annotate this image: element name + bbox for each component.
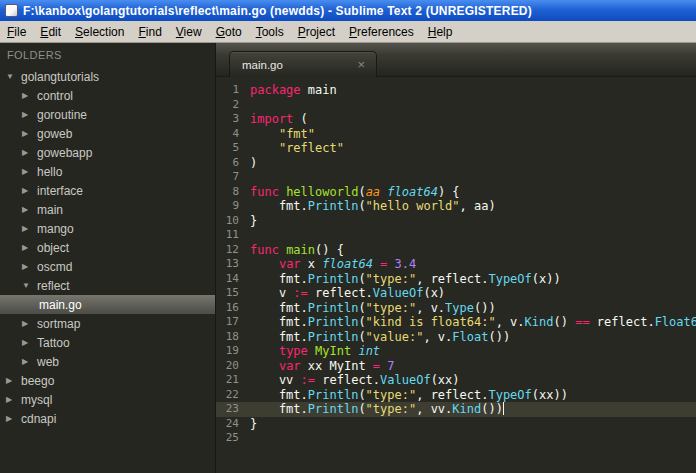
- chevron-right-icon[interactable]: ▶: [22, 110, 36, 119]
- line-number: 16: [216, 301, 250, 316]
- code-lines: 1package main23import (4 "fmt"5 "reflect…: [216, 83, 696, 446]
- code-text: }: [250, 417, 696, 432]
- tab-main-go[interactable]: main.go×: [229, 51, 377, 77]
- code-line-25[interactable]: 25: [216, 431, 696, 446]
- chevron-right-icon[interactable]: ▶: [22, 186, 36, 195]
- code-line-5[interactable]: 5 "reflect": [216, 141, 696, 156]
- folder-tree: ▼golangtutorials▶control▶goroutine▶goweb…: [0, 67, 215, 473]
- sidebar-item-mango[interactable]: ▶mango: [0, 219, 215, 238]
- code-line-19[interactable]: 19 type MyInt int: [216, 344, 696, 359]
- sidebar-item-oscmd[interactable]: ▶oscmd: [0, 257, 215, 276]
- line-number: 2: [216, 98, 250, 113]
- code-line-1[interactable]: 1package main: [216, 83, 696, 98]
- tab-close-icon[interactable]: ×: [355, 58, 367, 71]
- chevron-right-icon[interactable]: ▶: [22, 91, 36, 100]
- chevron-down-icon[interactable]: ▼: [22, 281, 36, 290]
- code-text: fmt.Println("type:", reflect.TypeOf(xx)): [250, 388, 696, 403]
- menu-project[interactable]: Project: [291, 22, 342, 42]
- sidebar-item-goroutine[interactable]: ▶goroutine: [0, 105, 215, 124]
- line-number: 23: [216, 402, 250, 417]
- code-text: func helloworld(aa float64) {: [250, 185, 696, 200]
- line-number: 5: [216, 141, 250, 156]
- code-line-18[interactable]: 18 fmt.Println("value:", v.Float()): [216, 330, 696, 345]
- sidebar-item-interface[interactable]: ▶interface: [0, 181, 215, 200]
- sidebar-item-control[interactable]: ▶control: [0, 86, 215, 105]
- code-line-16[interactable]: 16 fmt.Println("type:", v.Type()): [216, 301, 696, 316]
- tab-bar: main.go×: [216, 43, 696, 77]
- line-number: 7: [216, 170, 250, 185]
- sidebar-item-sortmap[interactable]: ▶sortmap: [0, 314, 215, 333]
- chevron-right-icon[interactable]: ▶: [22, 129, 36, 138]
- code-line-21[interactable]: 21 vv := reflect.ValueOf(xx): [216, 373, 696, 388]
- code-line-15[interactable]: 15 v := reflect.ValueOf(x): [216, 286, 696, 301]
- chevron-right-icon[interactable]: ▶: [6, 395, 20, 404]
- code-line-7[interactable]: 7: [216, 170, 696, 185]
- code-line-6[interactable]: 6): [216, 156, 696, 171]
- menu-tools[interactable]: Tools: [249, 22, 291, 42]
- sidebar-item-main[interactable]: ▶main: [0, 200, 215, 219]
- sidebar-item-tattoo[interactable]: ▶Tattoo: [0, 333, 215, 352]
- chevron-down-icon[interactable]: ▼: [6, 72, 20, 81]
- menu-preferences[interactable]: Preferences: [342, 22, 421, 42]
- code-line-11[interactable]: 11: [216, 228, 696, 243]
- code-editor[interactable]: 1package main23import (4 "fmt"5 "reflect…: [216, 77, 696, 473]
- code-line-2[interactable]: 2: [216, 98, 696, 113]
- code-text: vv := reflect.ValueOf(xx): [250, 373, 696, 388]
- sidebar-item-web[interactable]: ▶web: [0, 352, 215, 371]
- code-line-13[interactable]: 13 var x float64 = 3.4: [216, 257, 696, 272]
- menu-selection[interactable]: Selection: [68, 22, 131, 42]
- code-line-10[interactable]: 10}: [216, 214, 696, 229]
- code-text: fmt.Println("hello world", aa): [250, 199, 696, 214]
- sidebar-item-reflect[interactable]: ▼reflect: [0, 276, 215, 295]
- sidebar-item-main-go[interactable]: main.go: [0, 295, 215, 314]
- chevron-right-icon[interactable]: ▶: [22, 338, 36, 347]
- code-line-22[interactable]: 22 fmt.Println("type:", reflect.TypeOf(x…: [216, 388, 696, 403]
- code-line-12[interactable]: 12func main() {: [216, 243, 696, 258]
- menu-find[interactable]: Find: [131, 22, 168, 42]
- code-line-23[interactable]: 23 fmt.Println("type:", vv.Kind()): [216, 402, 696, 417]
- code-text: var x float64 = 3.4: [250, 257, 696, 272]
- chevron-right-icon[interactable]: ▶: [6, 414, 20, 423]
- code-text: "reflect": [250, 141, 696, 156]
- line-number: 19: [216, 344, 250, 359]
- line-number: 15: [216, 286, 250, 301]
- menu-edit[interactable]: Edit: [33, 22, 68, 42]
- line-number: 10: [216, 214, 250, 229]
- line-number: 14: [216, 272, 250, 287]
- chevron-right-icon[interactable]: ▶: [22, 167, 36, 176]
- chevron-right-icon[interactable]: ▶: [6, 376, 20, 385]
- code-line-17[interactable]: 17 fmt.Println("kind is float64:", v.Kin…: [216, 315, 696, 330]
- code-line-8[interactable]: 8func helloworld(aa float64) {: [216, 185, 696, 200]
- sidebar-item-goweb[interactable]: ▶goweb: [0, 124, 215, 143]
- sidebar-item-object[interactable]: ▶object: [0, 238, 215, 257]
- sidebar-item-hello[interactable]: ▶hello: [0, 162, 215, 181]
- title-bar[interactable]: F:\kanbox\golangtutorials\reflect\main.g…: [0, 0, 696, 21]
- code-line-4[interactable]: 4 "fmt": [216, 127, 696, 142]
- chevron-right-icon[interactable]: ▶: [22, 319, 36, 328]
- code-line-3[interactable]: 3import (: [216, 112, 696, 127]
- sidebar-item-beego[interactable]: ▶beego: [0, 371, 215, 390]
- code-text: [250, 228, 696, 243]
- code-line-20[interactable]: 20 var xx MyInt = 7: [216, 359, 696, 374]
- sidebar-item-golangtutorials[interactable]: ▼golangtutorials: [0, 67, 215, 86]
- chevron-right-icon[interactable]: ▶: [22, 357, 36, 366]
- code-line-14[interactable]: 14 fmt.Println("type:", reflect.TypeOf(x…: [216, 272, 696, 287]
- sidebar-item-mysql[interactable]: ▶mysql: [0, 390, 215, 409]
- code-text: type MyInt int: [250, 344, 696, 359]
- line-number: 9: [216, 199, 250, 214]
- chevron-right-icon[interactable]: ▶: [22, 262, 36, 271]
- sidebar-item-cdnapi[interactable]: ▶cdnapi: [0, 409, 215, 428]
- sidebar-item-label: mango: [36, 222, 74, 236]
- menu-file[interactable]: File: [0, 22, 33, 42]
- chevron-right-icon[interactable]: ▶: [22, 205, 36, 214]
- code-line-24[interactable]: 24}: [216, 417, 696, 432]
- chevron-right-icon[interactable]: ▶: [22, 224, 36, 233]
- menu-view[interactable]: View: [169, 22, 209, 42]
- menu-help[interactable]: Help: [421, 22, 460, 42]
- chevron-right-icon[interactable]: ▶: [22, 243, 36, 252]
- code-text: [250, 170, 696, 185]
- code-line-9[interactable]: 9 fmt.Println("hello world", aa): [216, 199, 696, 214]
- chevron-right-icon[interactable]: ▶: [22, 148, 36, 157]
- sidebar-item-gowebapp[interactable]: ▶gowebapp: [0, 143, 215, 162]
- menu-goto[interactable]: Goto: [209, 22, 249, 42]
